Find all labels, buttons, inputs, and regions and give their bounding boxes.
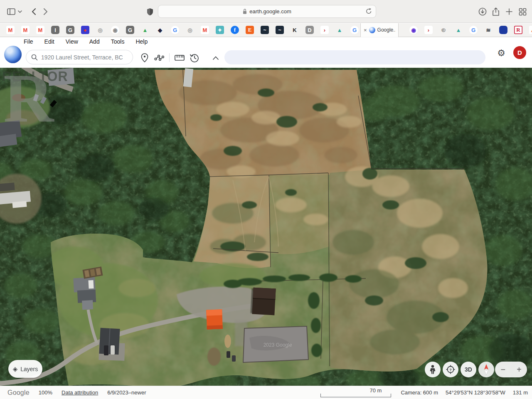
gmail-favicon[interactable]: M	[6, 26, 15, 34]
layers-icon: ◈	[13, 365, 18, 373]
realtor-favicon[interactable]: R	[514, 26, 522, 34]
reload-icon[interactable]	[366, 8, 372, 15]
google-g-favicon[interactable]: G	[469, 26, 478, 34]
menu-file[interactable]: File	[24, 38, 33, 45]
gray-i-favicon[interactable]: I	[51, 26, 59, 34]
zoom-controls[interactable]: − +	[495, 362, 527, 377]
menu-help[interactable]: Help	[135, 38, 148, 45]
privacy-shield-icon[interactable]	[145, 7, 155, 16]
menu-tools[interactable]: Tools	[111, 38, 125, 45]
placemark-pin-icon[interactable]	[140, 53, 150, 63]
navy-square-favicon[interactable]	[499, 26, 507, 34]
facebook-favicon[interactable]: f	[231, 26, 239, 34]
google-earth-favicon	[369, 27, 375, 33]
car	[104, 345, 108, 355]
compass-needle-icon	[481, 363, 492, 376]
back-button[interactable]	[29, 7, 38, 16]
favicon-list-right: ◉›©▲G≋RA	[409, 26, 532, 34]
copyright-favicon[interactable]: ©	[439, 26, 448, 34]
menu-view[interactable]: View	[66, 38, 78, 45]
dark-chart-favicon[interactable]: ~	[261, 26, 269, 34]
search-icon	[31, 54, 38, 61]
3d-toggle-button[interactable]: 3D	[461, 362, 476, 377]
favicon-list-left: MMMIG●◎◉G▲◆G◎M✦fE~~KD›▲G	[6, 26, 359, 34]
active-tab[interactable]: × Google...	[360, 23, 399, 37]
teal-badge-favicon[interactable]: ✦	[216, 26, 224, 34]
new-tab-icon[interactable]	[505, 7, 514, 16]
sidebar-toggle-icon[interactable]	[7, 7, 16, 16]
zoom-in-button[interactable]: +	[513, 365, 525, 374]
downloads-icon[interactable]	[478, 7, 487, 16]
tab-overview-icon[interactable]	[518, 7, 527, 16]
path-tool-icon[interactable]	[154, 53, 164, 63]
zoom-out-button[interactable]: −	[497, 365, 509, 374]
chat-favicon[interactable]: ◎	[186, 26, 194, 34]
google-earth-logo[interactable]	[4, 46, 22, 63]
terrain-elevation: 131 m	[513, 389, 528, 396]
google-earth-toolbar: FileEditViewAddToolsHelp 1920 Laurel Str…	[0, 37, 532, 68]
adobe-favicon[interactable]: A	[529, 26, 532, 34]
google-g-favicon[interactable]: G	[171, 26, 179, 34]
teal-mountain-favicon[interactable]: ▲	[335, 26, 344, 34]
tab-title: Google...	[377, 27, 395, 33]
imagery-date: 6/9/2023–newer	[107, 389, 146, 396]
dark-diamond-favicon[interactable]: ◆	[156, 26, 164, 34]
green-mountain-favicon[interactable]: ▲	[141, 26, 149, 34]
etsy-favicon[interactable]: E	[246, 26, 254, 34]
collapse-chevron-icon[interactable]	[211, 53, 221, 63]
gmail-favicon[interactable]: M	[201, 26, 209, 34]
layers-button[interactable]: ◈ Layers	[8, 360, 42, 378]
wave-logo-favicon[interactable]: ≋	[484, 26, 493, 34]
layers-label: Layers	[20, 366, 38, 372]
bookmarks-bar: MMMIG●◎◉G▲◆G◎M✦fE~~KD›▲G × Google... ◉›©…	[0, 23, 532, 37]
imagery-zoom-level: 100%	[39, 389, 52, 396]
gray-g-favicon[interactable]: G	[66, 26, 74, 34]
compass-button[interactable]	[478, 362, 494, 377]
google-wordmark: Google	[7, 389, 30, 397]
gmail-favicon[interactable]: M	[36, 26, 44, 34]
forward-button[interactable]	[41, 7, 50, 16]
orange-shed	[206, 309, 223, 329]
locate-icon: ?	[446, 365, 456, 374]
aerial-imagery	[0, 68, 532, 386]
svg-text:?: ?	[449, 368, 452, 372]
gmail-favicon[interactable]: M	[21, 26, 30, 34]
map-scale: 70 m	[320, 387, 393, 398]
k-logo-favicon[interactable]: K	[291, 26, 299, 34]
scale-bar	[320, 394, 391, 397]
my-location-button[interactable]: ?	[443, 362, 458, 377]
scale-label: 70 m	[370, 387, 382, 394]
account-avatar[interactable]: D	[513, 46, 526, 59]
share-icon[interactable]	[491, 7, 500, 16]
results-panel-collapsed[interactable]	[224, 50, 485, 64]
gray-g-favicon[interactable]: G	[126, 26, 134, 34]
red-arrow-favicon[interactable]: ›	[320, 26, 329, 34]
purple-circle-favicon[interactable]: ◉	[409, 26, 418, 34]
red-arrow-favicon[interactable]: ›	[424, 26, 433, 34]
historical-imagery-icon[interactable]	[190, 53, 200, 63]
riding-arena	[243, 326, 308, 362]
blue-red-logo-favicon[interactable]: ●	[81, 26, 89, 34]
menu-edit[interactable]: Edit	[44, 38, 54, 45]
data-attribution-link[interactable]: Data attribution	[62, 389, 98, 396]
url-text: earth.google.com	[249, 8, 291, 15]
toolbar-divider	[169, 53, 170, 62]
google-g-favicon[interactable]: G	[350, 26, 359, 34]
dark-chart-favicon[interactable]: ~	[276, 26, 284, 34]
tab-close-icon[interactable]: ×	[364, 27, 367, 33]
gray-d-favicon[interactable]: D	[305, 26, 314, 34]
car	[111, 345, 115, 355]
address-bar[interactable]: earth.google.com	[158, 5, 376, 18]
settings-gear-icon[interactable]: ⚙	[496, 47, 507, 58]
menu-add[interactable]: Add	[89, 38, 100, 45]
teal-mountain-favicon[interactable]: ▲	[454, 26, 463, 34]
chevron-down-icon[interactable]	[17, 7, 22, 16]
chat-favicon[interactable]: ◎	[96, 26, 104, 34]
pegman-button[interactable]	[425, 362, 441, 377]
pegman-icon	[429, 365, 437, 374]
compass-favicon[interactable]: ◉	[111, 26, 119, 34]
search-bar[interactable]: 1920 Laurel Street, Terrace, BC	[26, 50, 133, 64]
search-input[interactable]: 1920 Laurel Street, Terrace, BC	[41, 54, 123, 61]
measure-ruler-icon[interactable]	[175, 53, 185, 63]
satellite-map[interactable]: REALTOR 2023 Google ◈ Layers ? 3D − + R	[0, 68, 532, 386]
